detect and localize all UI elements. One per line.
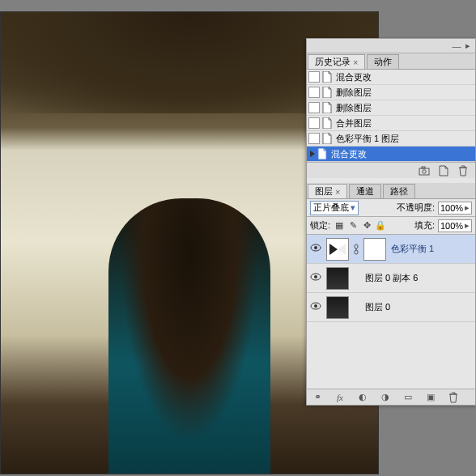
layer-thumb[interactable] [326,296,349,319]
svg-rect-2 [422,167,425,168]
collapse-icon[interactable]: ▸ [462,40,474,51]
layer-list[interactable]: 色彩平衡 1 图层 0 副本 6 图层 0 [307,235,475,389]
svg-point-11 [314,304,317,308]
new-layer-icon[interactable]: ▣ [425,392,436,403]
document-icon [321,117,333,129]
layer-row[interactable]: 图层 0 [307,293,475,322]
layers-panel: 图层 × 通道 路径 正片叠底 ▾ 不透明度: 100% ▸ 锁定: [307,183,475,405]
link-icon[interactable] [354,244,359,255]
lock-transparency-icon[interactable]: ▦ [334,220,345,232]
tab-channels[interactable]: 通道 [349,184,381,198]
history-label: 删除图层 [334,102,372,114]
fill-label: 填充: [414,219,435,232]
lock-all-icon[interactable]: 🔒 [375,220,386,232]
fx-icon[interactable]: fx [334,392,346,403]
minimize-icon[interactable]: — [451,41,462,51]
camera-icon[interactable] [419,165,430,176]
tab-actions[interactable]: 动作 [367,54,399,69]
close-icon[interactable]: × [335,187,340,197]
opacity-input[interactable]: 100% ▸ [438,202,472,215]
mask-icon[interactable]: ◐ [357,392,368,403]
link-icon[interactable]: ⚭ [312,392,323,403]
history-item[interactable]: 色彩平衡 1 图层 [307,131,475,147]
layers-tabbar: 图层 × 通道 路径 [307,183,475,199]
history-item[interactable]: 合并图层 [307,116,475,131]
svg-rect-0 [419,168,429,175]
chevron-down-icon: ▾ [351,202,355,213]
history-item[interactable]: 删除图层 [307,85,475,100]
history-checkbox[interactable] [308,71,320,83]
history-checkbox[interactable] [308,102,320,113]
layer-row[interactable]: 色彩平衡 1 [307,235,475,264]
history-tabbar: 历史记录 × 动作 [307,53,475,70]
fill-input[interactable]: 100% ▸ [438,219,472,232]
current-step-icon [310,151,315,157]
history-label: 混合更改 [329,148,367,160]
tab-label: 路径 [390,185,408,198]
lock-row: 锁定: ▦ ✎ ✥ 🔒 填充: 100% ▸ [307,217,475,235]
visibility-icon[interactable] [310,302,321,313]
tab-label: 通道 [356,185,374,198]
history-item[interactable]: 删除图层 [307,100,475,116]
lock-move-icon[interactable]: ✥ [361,220,372,232]
adjust-icon[interactable]: ◑ [380,392,391,403]
layer-name: 色彩平衡 1 [391,243,434,255]
new-doc-icon[interactable] [438,165,449,176]
tab-label: 历史记录 [315,56,351,68]
image-content [108,198,270,474]
opacity-value: 100% [440,203,463,213]
history-list[interactable]: 混合更改 删除图层 删除图层 合并图层 色彩平衡 1 图层 混合更改 [307,70,475,162]
panel-titlebar[interactable]: — ▸ [307,39,475,53]
blend-mode-value: 正片叠底 [313,202,349,214]
layer-name: 图层 0 [365,301,390,313]
blend-row: 正片叠底 ▾ 不透明度: 100% ▸ [307,199,475,217]
svg-point-9 [314,275,317,278]
tab-layers[interactable]: 图层 × [308,184,347,198]
opacity-label: 不透明度: [397,202,435,214]
layer-thumb[interactable] [326,267,349,290]
history-checkbox[interactable] [308,87,320,98]
document-icon [321,102,333,113]
document-icon [321,133,333,144]
tab-paths[interactable]: 路径 [383,184,415,198]
svg-point-4 [314,246,317,249]
history-checkbox[interactable] [308,117,320,129]
document-icon [317,148,328,159]
history-label: 混合更改 [334,71,372,83]
layer-name: 图层 0 副本 6 [365,272,418,284]
svg-point-1 [423,169,426,172]
history-item[interactable]: 混合更改 [307,147,475,162]
layers-footer: ⚭ fx ◐ ◑ ▭ ▣ [307,389,475,405]
close-icon[interactable]: × [353,57,358,67]
trash-icon[interactable] [448,392,459,403]
visibility-icon[interactable] [310,244,321,255]
history-label: 合并图层 [334,117,372,130]
history-label: 色彩平衡 1 图层 [334,133,399,145]
panels-container: — ▸ 历史记录 × 动作 混合更改 删除图层 删除图层 [306,38,476,406]
lock-paint-icon[interactable]: ✎ [347,220,359,232]
tab-label: 图层 [315,185,333,198]
chevron-right-icon: ▸ [465,220,470,231]
document-icon [321,87,333,98]
fill-value: 100% [440,221,463,231]
folder-icon[interactable]: ▭ [402,392,414,403]
history-item[interactable]: 混合更改 [307,70,475,85]
visibility-icon[interactable] [310,273,321,284]
tab-history[interactable]: 历史记录 × [308,54,365,69]
layer-mask-thumb[interactable] [363,238,386,261]
history-footer [307,162,475,178]
chevron-right-icon: ▸ [465,202,470,213]
trash-icon[interactable] [457,165,469,176]
blend-mode-select[interactable]: 正片叠底 ▾ [310,201,359,215]
lock-icons: ▦ ✎ ✥ 🔒 [334,220,386,232]
history-label: 删除图层 [334,87,372,99]
layer-row[interactable]: 图层 0 副本 6 [307,264,475,293]
lock-label: 锁定: [310,219,330,232]
layer-thumb-adjustment[interactable] [326,238,349,261]
history-checkbox[interactable] [308,133,320,144]
tab-label: 动作 [374,56,392,68]
document-icon [321,71,333,83]
